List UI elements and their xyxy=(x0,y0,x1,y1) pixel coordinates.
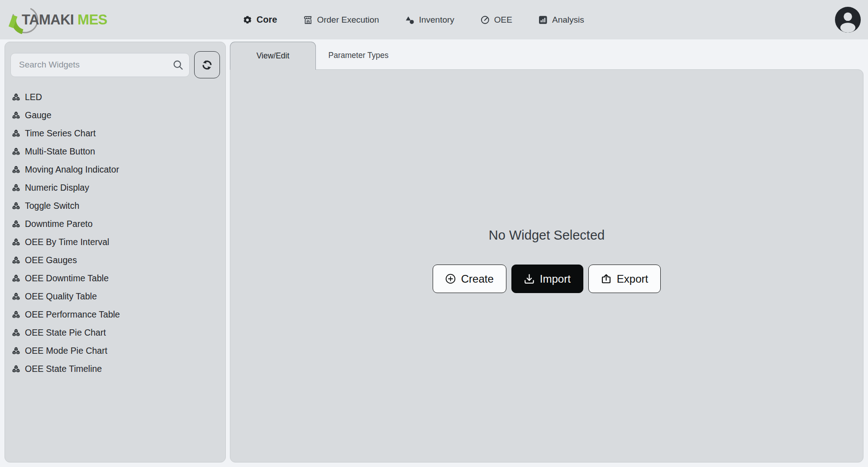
widget-item-label: Numeric Display xyxy=(25,183,89,193)
widget-list-item[interactable]: OEE State Pie Chart xyxy=(10,323,220,342)
search-input[interactable] xyxy=(10,53,190,77)
widget-item-label: OEE Gauges xyxy=(25,255,77,265)
boxes-icon xyxy=(12,202,20,210)
nav-label: Inventory xyxy=(419,15,454,25)
widget-list-item[interactable]: OEE Mode Pie Chart xyxy=(10,342,220,360)
user-avatar-icon[interactable] xyxy=(835,7,861,33)
boxes-icon xyxy=(12,129,20,138)
nav-item-order-execution[interactable]: Order Execution xyxy=(303,15,379,25)
action-button-row: Create Import xyxy=(433,265,661,293)
widget-list-item[interactable]: Numeric Display xyxy=(10,178,220,197)
speedometer-icon xyxy=(481,15,490,24)
nav-item-oee[interactable]: OEE xyxy=(481,15,512,25)
refresh-icon xyxy=(201,59,213,71)
empty-state-title: No Widget Selected xyxy=(489,228,605,243)
widget-list-item[interactable]: OEE Quality Table xyxy=(10,287,220,305)
widget-list-item[interactable]: Time Series Chart xyxy=(10,124,220,142)
widget-sidebar: LED Gauge xyxy=(5,42,226,462)
boxes-icon xyxy=(12,111,20,120)
plus-circle-icon xyxy=(445,274,456,284)
boxes-icon xyxy=(12,310,20,319)
nav-item-core[interactable]: Core xyxy=(243,14,277,25)
widget-item-label: OEE Downtime Table xyxy=(25,273,109,284)
widget-list-item[interactable]: OEE State Timeline xyxy=(10,360,220,378)
widget-item-label: Time Series Chart xyxy=(25,128,95,139)
boxes-icon xyxy=(12,147,20,156)
boxes-icon xyxy=(12,165,20,174)
bar-chart-icon xyxy=(539,15,548,24)
export-button[interactable]: Export xyxy=(588,265,661,293)
widget-item-label: OEE Quality Table xyxy=(25,291,97,302)
export-button-label: Export xyxy=(617,273,648,285)
top-navigation: Core Order Execution xyxy=(243,0,584,39)
sidebar-search-row xyxy=(10,51,220,78)
brand-logo-text: TAMAKI MES xyxy=(22,12,107,28)
widget-item-label: Moving Analog Indicator xyxy=(25,164,119,175)
nav-label: Order Execution xyxy=(317,15,379,25)
shapes-icon xyxy=(405,15,415,24)
widget-list-item[interactable]: OEE By Time Interval xyxy=(10,233,220,251)
brand-logo[interactable]: TAMAKI MES xyxy=(7,2,107,38)
widget-item-label: OEE By Time Interval xyxy=(25,237,109,247)
widget-list-item[interactable]: LED xyxy=(10,88,220,106)
widget-list-item[interactable]: Multi-State Button xyxy=(10,142,220,160)
boxes-icon xyxy=(12,256,20,265)
gear-icon xyxy=(243,15,252,24)
boxes-icon xyxy=(12,292,20,301)
app-root: TAMAKI MES Core xyxy=(0,0,868,467)
download-icon xyxy=(524,274,534,284)
widget-item-label: OEE State Timeline xyxy=(25,364,102,374)
widget-list-item[interactable]: Downtime Pareto xyxy=(10,215,220,233)
box-arrow-up-icon xyxy=(601,274,611,284)
boxes-icon xyxy=(12,328,20,337)
widget-list-item[interactable]: OEE Downtime Table xyxy=(10,269,220,287)
boxes-icon xyxy=(12,93,20,101)
nav-label: Analysis xyxy=(552,15,584,25)
widget-list-item[interactable]: Toggle Switch xyxy=(10,197,220,215)
widget-item-label: LED xyxy=(25,92,42,102)
boxes-icon xyxy=(12,238,20,246)
widget-item-label: Gauge xyxy=(25,110,52,120)
view-edit-panel: No Widget Selected Create xyxy=(230,69,863,462)
widget-list-item[interactable]: OEE Performance Table xyxy=(10,305,220,323)
boxes-icon xyxy=(12,183,20,192)
boxes-icon xyxy=(12,220,20,228)
widget-item-label: Toggle Switch xyxy=(25,201,79,211)
empty-state: No Widget Selected Create xyxy=(433,228,661,293)
widget-list-item[interactable]: Moving Analog Indicator xyxy=(10,160,220,178)
storefront-icon xyxy=(303,15,312,24)
widget-list-item[interactable]: OEE Gauges xyxy=(10,251,220,269)
widget-list: LED Gauge xyxy=(10,88,220,378)
widget-list-item[interactable]: Gauge xyxy=(10,106,220,124)
refresh-button[interactable] xyxy=(194,51,220,78)
widget-item-label: OEE Mode Pie Chart xyxy=(25,346,107,356)
tab-view-edit[interactable]: View/Edit xyxy=(230,42,316,70)
nav-label: OEE xyxy=(494,15,512,25)
boxes-icon xyxy=(12,274,20,283)
create-button-label: Create xyxy=(461,273,494,285)
import-button[interactable]: Import xyxy=(511,265,583,293)
create-button[interactable]: Create xyxy=(433,265,506,293)
brand-name-primary: TAMAKI xyxy=(22,12,74,28)
widget-item-label: Multi-State Button xyxy=(25,146,95,157)
brand-name-secondary: MES xyxy=(77,12,107,28)
widget-item-label: OEE State Pie Chart xyxy=(25,327,106,338)
header: TAMAKI MES Core xyxy=(0,0,868,39)
search-box xyxy=(10,53,190,77)
widget-item-label: OEE Performance Table xyxy=(25,309,120,320)
import-button-label: Import xyxy=(540,273,571,285)
tab-parameter-types[interactable]: Parameter Types xyxy=(316,42,401,69)
boxes-icon xyxy=(12,347,20,355)
main-content: View/Edit Parameter Types No Widget Sele… xyxy=(230,42,863,462)
nav-item-analysis[interactable]: Analysis xyxy=(539,15,584,25)
widget-item-label: Downtime Pareto xyxy=(25,219,93,229)
tab-bar: View/Edit Parameter Types xyxy=(230,42,863,69)
nav-label: Core xyxy=(257,14,277,25)
boxes-icon xyxy=(12,365,20,373)
nav-item-inventory[interactable]: Inventory xyxy=(405,15,454,25)
